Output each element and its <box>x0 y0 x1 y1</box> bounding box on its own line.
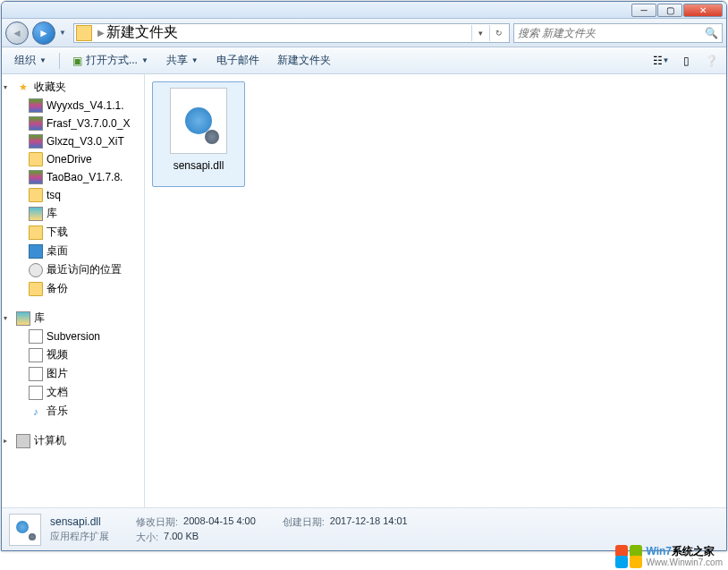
maximize-button[interactable]: ▢ <box>657 4 682 17</box>
sidebar-item[interactable]: tsq <box>2 186 144 204</box>
details-filename: sensapi.dll <box>50 515 109 528</box>
modified-value: 2008-04-15 4:00 <box>183 515 256 529</box>
dll-file-icon <box>9 514 41 546</box>
collapse-icon[interactable]: ▾ <box>4 314 7 322</box>
size-value: 7.00 KB <box>164 531 199 544</box>
star-icon: ★ <box>16 81 30 95</box>
folder-icon <box>76 25 92 41</box>
history-dropdown[interactable]: ▼ <box>59 29 70 37</box>
titlebar: ─ ▢ ✕ <box>2 2 726 19</box>
open-with-button[interactable]: ▣ 打开方式... ▼ <box>65 50 156 71</box>
address-bar[interactable]: ▶ 新建文件夹 ▾ ↻ <box>73 23 510 43</box>
sidebar-item[interactable]: 下载 <box>2 223 144 242</box>
dropdown-icon: ▼ <box>191 56 199 64</box>
search-icon[interactable]: 🔍 <box>705 27 718 39</box>
details-type: 应用程序扩展 <box>50 530 109 543</box>
picture-icon <box>29 367 43 381</box>
size-label: 大小: <box>136 531 158 544</box>
expand-icon[interactable]: ▸ <box>4 437 7 445</box>
navigation-bar: ◄ ► ▼ ▶ 新建文件夹 ▾ ↻ 🔍 <box>2 19 726 47</box>
search-box[interactable]: 🔍 <box>513 23 723 43</box>
forward-button[interactable]: ► <box>32 21 55 45</box>
gear-icon <box>205 130 219 144</box>
video-icon <box>29 348 43 362</box>
new-folder-button[interactable]: 新建文件夹 <box>270 50 338 71</box>
watermark: Win7系统之家 Www.Winwin7.com <box>615 545 723 568</box>
favorites-header[interactable]: ▾ ★ 收藏夹 <box>2 78 144 97</box>
document-icon <box>29 386 43 400</box>
dropdown-icon: ▼ <box>39 56 47 64</box>
sidebar-item[interactable]: 文档 <box>2 383 144 402</box>
help-button[interactable]: ❔ <box>701 51 721 71</box>
sidebar-item[interactable]: 库 <box>2 204 144 223</box>
address-dropdown[interactable]: ▾ <box>471 25 489 41</box>
sidebar-item[interactable]: 桌面 <box>2 242 144 260</box>
archive-icon <box>29 116 43 131</box>
created-label: 创建日期: <box>283 515 325 529</box>
body: ▾ ★ 收藏夹 Wyyxds_V4.1.1. Frasf_V3.7.0.0_X … <box>2 74 726 507</box>
folder-icon <box>29 152 43 166</box>
dll-file-icon <box>170 88 227 154</box>
recent-icon <box>29 263 43 277</box>
email-button[interactable]: 电子邮件 <box>209 50 267 71</box>
modified-label: 修改日期: <box>136 515 178 529</box>
file-item-selected[interactable]: sensapi.dll <box>152 81 245 187</box>
library-icon <box>16 311 30 326</box>
preview-pane-button[interactable]: ▯ <box>676 51 696 71</box>
sidebar-item[interactable]: 备份 <box>2 279 144 298</box>
archive-icon <box>29 134 43 149</box>
computer-icon <box>16 434 30 448</box>
windows-logo-icon <box>615 545 642 568</box>
refresh-button[interactable]: ↻ <box>489 25 507 41</box>
sidebar-item[interactable]: Subversion <box>2 328 144 345</box>
dropdown-icon: ▼ <box>141 56 148 64</box>
sidebar-item[interactable]: 最近访问的位置 <box>2 260 144 279</box>
toolbar: 组织 ▼ ▣ 打开方式... ▼ 共享 ▼ 电子邮件 新建文件夹 ☷ ▼ ▯ ❔ <box>2 47 726 74</box>
view-options-button[interactable]: ☷ ▼ <box>651 51 671 71</box>
sidebar-item[interactable]: Frasf_V3.7.0.0_X <box>2 115 144 132</box>
download-icon <box>29 225 43 240</box>
sidebar-item[interactable]: OneDrive <box>2 150 144 168</box>
document-icon <box>29 329 43 344</box>
sidebar-item[interactable]: Glxzq_V3.0_XiT <box>2 132 144 150</box>
sidebar-item[interactable]: ♪音乐 <box>2 402 144 421</box>
desktop-icon <box>29 244 43 259</box>
close-button[interactable]: ✕ <box>683 4 723 17</box>
details-pane: sensapi.dll 应用程序扩展 修改日期:2008-04-15 4:00 … <box>2 507 726 550</box>
content-area[interactable]: sensapi.dll <box>145 74 726 507</box>
sidebar-item[interactable]: TaoBao_V1.7.8. <box>2 168 144 186</box>
created-value: 2017-12-18 14:01 <box>330 515 408 529</box>
folder-icon <box>29 188 43 202</box>
back-button[interactable]: ◄ <box>5 21 29 45</box>
sidebar-item[interactable]: Wyyxds_V4.1.1. <box>2 97 144 115</box>
sidebar-item[interactable]: 视频 <box>2 345 144 364</box>
music-icon: ♪ <box>29 404 43 419</box>
file-name: sensapi.dll <box>174 159 224 172</box>
navigation-pane[interactable]: ▾ ★ 收藏夹 Wyyxds_V4.1.1. Frasf_V3.7.0.0_X … <box>2 74 145 507</box>
archive-icon <box>29 98 43 113</box>
libraries-header[interactable]: ▾ 库 <box>2 309 144 328</box>
separator <box>59 53 60 69</box>
path-segment[interactable]: 新建文件夹 <box>106 23 178 42</box>
folder-icon <box>29 282 43 296</box>
share-button[interactable]: 共享 ▼ <box>159 50 206 71</box>
library-icon <box>29 207 43 221</box>
collapse-icon[interactable]: ▾ <box>4 83 7 91</box>
search-input[interactable] <box>518 27 705 39</box>
archive-icon <box>29 170 43 184</box>
minimize-button[interactable]: ─ <box>631 4 656 17</box>
sidebar-item[interactable]: 图片 <box>2 364 144 383</box>
explorer-window: ─ ▢ ✕ ◄ ► ▼ ▶ 新建文件夹 ▾ ↻ 🔍 组织 ▼ ▣ 打开方式...… <box>1 1 727 551</box>
computer-header[interactable]: ▸ 计算机 <box>2 431 144 450</box>
path-separator-icon: ▶ <box>97 28 105 38</box>
organize-button[interactable]: 组织 ▼ <box>7 50 54 71</box>
